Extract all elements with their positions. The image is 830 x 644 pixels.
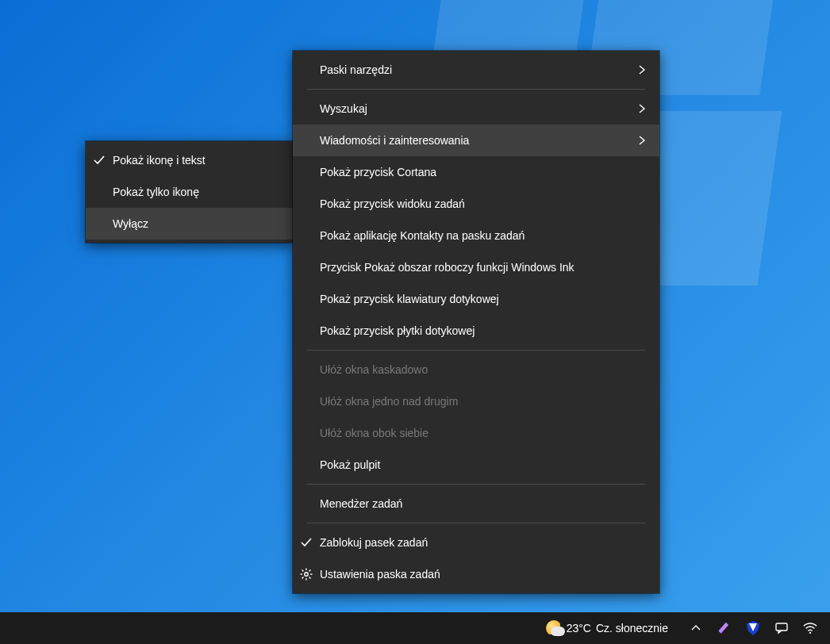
- menu-item-cascade: Ułóż okna kaskadowo: [293, 354, 659, 385]
- taskbar-context-menu: Paski narzędzi Wyszukaj Wiadomości i zai…: [293, 51, 659, 593]
- menu-item-label: Pokaż przycisk widoku zadań: [320, 197, 465, 210]
- menu-item-people[interactable]: Pokaż aplikację Kontakty na pasku zadań: [293, 220, 659, 251]
- menu-separator: [307, 523, 645, 523]
- chevron-right-icon: [637, 65, 647, 75]
- submenu-item-disable[interactable]: Wyłącz: [86, 208, 294, 240]
- submenu-item-label: Pokaż tylko ikonę: [113, 186, 199, 198]
- menu-item-label: Pokaż przycisk klawiatury dotykowej: [320, 293, 499, 305]
- check-icon: [92, 153, 106, 167]
- menu-item-side-by-side: Ułóż okna obok siebie: [293, 417, 659, 449]
- menu-item-label: Ułóż okna kaskadowo: [320, 363, 428, 376]
- menu-item-news-interests[interactable]: Wiadomości i zainteresowania: [293, 125, 659, 156]
- tray-pen-icon[interactable]: [717, 621, 732, 635]
- menu-item-ink-workspace[interactable]: Przycisk Pokaż obszar roboczy funkcji Wi…: [293, 251, 659, 283]
- gear-icon: [299, 567, 313, 581]
- svg-line-6: [309, 577, 311, 579]
- menu-item-cortana[interactable]: Pokaż przycisk Cortana: [293, 156, 659, 188]
- menu-item-label: Pokaż przycisk płytki dotykowej: [320, 324, 475, 337]
- submenu-item-label: Wyłącz: [113, 217, 148, 230]
- menu-separator: [307, 89, 645, 90]
- menu-item-toolbars[interactable]: Paski narzędzi: [293, 54, 659, 86]
- menu-item-label: Ustawienia paska zadań: [320, 568, 440, 581]
- svg-line-7: [302, 577, 304, 579]
- chevron-right-icon: [637, 104, 647, 113]
- svg-rect-9: [776, 623, 787, 631]
- weather-desc: Cz. słonecznie: [596, 622, 668, 634]
- menu-item-label: Wyszukaj: [320, 102, 367, 115]
- taskbar-weather[interactable]: 23°C Cz. słonecznie: [536, 612, 678, 644]
- tray-action-center-icon[interactable]: [774, 621, 789, 635]
- menu-item-label: Wiadomości i zainteresowania: [320, 134, 469, 147]
- menu-item-label: Pokaż pulpit: [320, 458, 380, 471]
- svg-point-0: [305, 573, 308, 576]
- menu-item-label: Paski narzędzi: [320, 63, 392, 76]
- submenu-item-show-icon-only[interactable]: Pokaż tylko ikonę: [86, 176, 294, 208]
- tray-wifi-icon[interactable]: [803, 621, 817, 635]
- tray-chevron-up-icon[interactable]: [689, 621, 703, 635]
- menu-item-touchpad[interactable]: Pokaż przycisk płytki dotykowej: [293, 315, 659, 347]
- menu-item-lock-taskbar[interactable]: Zablokuj pasek zadań: [293, 527, 659, 558]
- check-icon: [299, 535, 313, 550]
- submenu-item-label: Pokaż ikonę i tekst: [113, 154, 206, 167]
- tray-shield-icon[interactable]: [746, 621, 760, 635]
- menu-item-task-manager[interactable]: Menedżer zadań: [293, 488, 659, 519]
- svg-point-10: [809, 632, 811, 634]
- menu-item-label: Zablokuj pasek zadań: [320, 536, 428, 549]
- menu-separator: [307, 350, 645, 351]
- menu-item-label: Menedżer zadań: [320, 497, 402, 510]
- menu-item-search[interactable]: Wyszukaj: [293, 93, 659, 125]
- weather-icon: [546, 620, 562, 636]
- menu-item-show-desktop[interactable]: Pokaż pulpit: [293, 449, 659, 481]
- menu-item-touch-keyboard[interactable]: Pokaż przycisk klawiatury dotykowej: [293, 283, 659, 315]
- menu-item-taskbar-settings[interactable]: Ustawienia paska zadań: [293, 558, 659, 590]
- taskbar[interactable]: 23°C Cz. słonecznie: [0, 612, 830, 644]
- system-tray: [678, 612, 825, 644]
- menu-item-stack: Ułóż okna jedno nad drugim: [293, 385, 659, 417]
- menu-item-label: Przycisk Pokaż obszar roboczy funkcji Wi…: [320, 261, 574, 274]
- menu-separator: [307, 484, 645, 485]
- menu-item-task-view[interactable]: Pokaż przycisk widoku zadań: [293, 188, 659, 220]
- menu-item-label: Pokaż aplikację Kontakty na pasku zadań: [320, 229, 525, 242]
- svg-line-8: [309, 570, 311, 572]
- menu-item-label: Ułóż okna obok siebie: [320, 427, 428, 439]
- submenu-news-interests: Pokaż ikonę i tekst Pokaż tylko ikonę Wy…: [86, 141, 294, 243]
- menu-item-label: Pokaż przycisk Cortana: [320, 166, 436, 178]
- submenu-item-show-icon-text[interactable]: Pokaż ikonę i tekst: [86, 144, 294, 176]
- chevron-right-icon: [637, 136, 647, 145]
- menu-item-label: Ułóż okna jedno nad drugim: [320, 395, 458, 408]
- svg-line-5: [302, 570, 304, 572]
- weather-temp: 23°C: [567, 622, 591, 634]
